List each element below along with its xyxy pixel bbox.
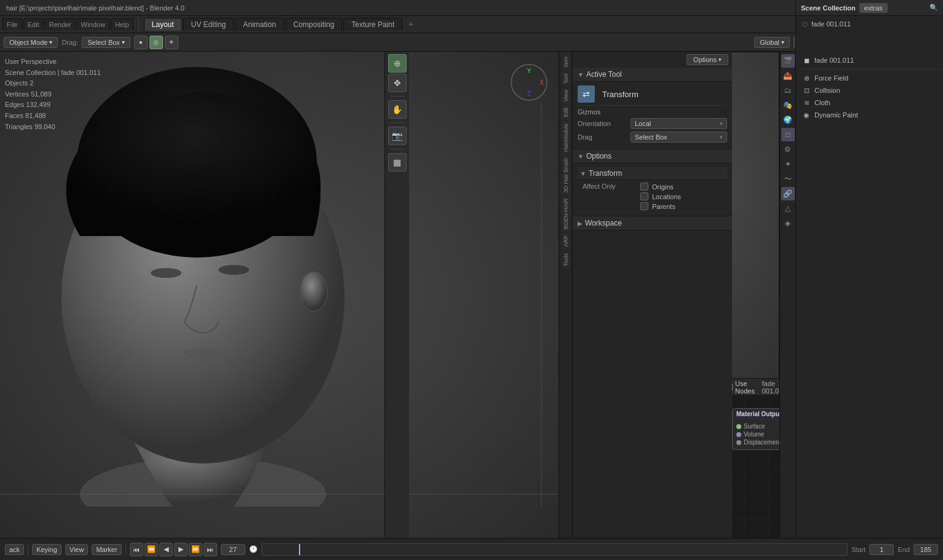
svg-point-13	[245, 143, 247, 145]
node-material-output[interactable]: Material Output Surface Volume Displacem…	[732, 408, 779, 450]
prop-icon-render[interactable]: 🎬	[781, 54, 795, 68]
tab-texture-paint[interactable]: Texture Paint	[343, 18, 402, 31]
prop-icon-constraints[interactable]: 🔗	[781, 187, 795, 200]
play-button[interactable]: ▶	[174, 543, 188, 556]
timeline-track[interactable]	[261, 543, 848, 556]
toolbar-separator-2	[390, 122, 405, 123]
tool-camera[interactable]: 📷	[388, 127, 407, 145]
tool-grid[interactable]: ▦	[388, 153, 407, 172]
viewport-gizmo[interactable]: X Y Z	[511, 64, 547, 101]
locations-checkbox[interactable]	[640, 192, 648, 200]
tool-hand[interactable]: ✋	[388, 100, 407, 119]
orientation-selector[interactable]: Local	[631, 118, 727, 129]
view-button[interactable]: View	[65, 544, 89, 555]
add-workspace-button[interactable]: +	[404, 19, 418, 30]
step-back-button[interactable]: ⏪	[145, 543, 158, 556]
prop-icon-modifier[interactable]: ⚙	[781, 143, 795, 156]
tab-layout[interactable]: Layout	[144, 18, 182, 31]
options-content: ▼ Transform Affect Only Origins Location…	[573, 164, 732, 216]
transform-row: ⇄ Transform	[578, 85, 727, 103]
options-section-header[interactable]: ▼ Options	[573, 149, 732, 164]
back-button[interactable]: ack	[5, 544, 24, 555]
start-frame[interactable]: 1	[869, 544, 894, 555]
tab-compositing[interactable]: Compositing	[285, 18, 343, 31]
prop-icon-material[interactable]: ◈	[781, 216, 795, 230]
drag-selector[interactable]: Select Box	[631, 132, 727, 143]
panel-options-button[interactable]: Options ▾	[686, 54, 728, 65]
prop-entry-fade[interactable]: ◼ fade 001.011	[798, 54, 941, 66]
origins-row: Origins	[635, 183, 681, 191]
side-tab-view[interactable]: View	[562, 87, 570, 104]
jump-start-button[interactable]: ⏮	[130, 543, 143, 556]
side-tab-hairmodule[interactable]: HairModule	[562, 121, 570, 154]
prop-entry-force-field[interactable]: ⊕ Force Field	[798, 72, 941, 84]
mode-selector[interactable]: Object Mode	[4, 37, 58, 48]
toolbar-separator-3	[390, 149, 405, 149]
node-material-output-body: Surface Volume Displacement	[733, 419, 779, 449]
gizmo-widget[interactable]: X Y Z	[511, 64, 547, 101]
prop-icon-object[interactable]: □	[781, 128, 795, 141]
tool-move[interactable]: ✥	[388, 74, 407, 92]
viewport-shading-material[interactable]: ◎	[149, 36, 163, 49]
prop-icon-view-layer[interactable]: 🗂	[781, 84, 795, 97]
tab-window[interactable]: Window	[77, 18, 109, 30]
step-forward-button[interactable]: ⏩	[189, 543, 202, 556]
svg-point-12	[233, 140, 235, 141]
parents-checkbox[interactable]	[640, 202, 648, 210]
origins-label: Origins	[652, 183, 674, 191]
tab-uv-editing[interactable]: UV Editing	[183, 18, 234, 31]
transform-icon: ⇄	[578, 85, 595, 103]
prop-icon-physics[interactable]: 〜	[781, 172, 795, 186]
transform-subsection-header[interactable]: ▼ Transform	[578, 167, 727, 180]
side-tab-arp[interactable]: ARP	[562, 233, 570, 250]
side-tab-tool[interactable]: Tool	[562, 71, 570, 87]
side-tab-item[interactable]: Item	[562, 54, 570, 70]
port-displacement-label: Displacement	[744, 439, 779, 446]
tab-help[interactable]: Help	[111, 18, 133, 30]
viewport-shading-rendered[interactable]: ☀	[165, 36, 178, 49]
port-dot-displacement	[736, 440, 741, 445]
scene-collection-extras-tab[interactable]: extras	[859, 3, 888, 13]
window-title: hair [E:\projects\pixelhair\male pixelha…	[0, 4, 191, 12]
origins-checkbox[interactable]	[640, 183, 648, 191]
drag-selector[interactable]: Select Box	[82, 37, 130, 48]
main-viewport[interactable]: User Perspective Scene Collection | fade…	[0, 52, 560, 538]
timeline-sep-2	[125, 543, 126, 556]
side-tab-tools[interactable]: Tools	[562, 251, 570, 269]
jump-end-button[interactable]: ⏭	[204, 543, 217, 556]
search-collections-button[interactable]: 🔍	[929, 4, 938, 12]
gizmo-z-axis: Z	[527, 90, 531, 97]
prop-icon-object-data[interactable]: △	[781, 202, 795, 215]
prop-entry-collision[interactable]: ⊡ Collision	[798, 84, 941, 97]
side-tab-edit[interactable]: Edit	[562, 105, 570, 120]
prop-entry-dynamic-paint[interactable]: ◉ Dynamic Paint	[798, 109, 941, 121]
current-frame[interactable]: 27	[221, 544, 245, 555]
tab-render[interactable]: Render	[45, 18, 76, 30]
prop-entry-cloth[interactable]: ≋ Cloth	[798, 97, 941, 109]
marker-button[interactable]: Marker	[92, 544, 121, 555]
transform-orientation[interactable]: Global	[754, 37, 790, 48]
prop-icon-world[interactable]: 🌍	[781, 113, 795, 127]
tool-cursor[interactable]: ⊕	[388, 54, 407, 73]
viewport-shading-solid[interactable]: ●	[134, 36, 148, 49]
prop-icon-scene[interactable]: 🎭	[781, 98, 795, 112]
node-editor-breadcrumb: fade 001.011 ▶ rockgirl.014 ▶ hair afro.…	[762, 380, 779, 395]
active-tool-section-header[interactable]: ▼ Active Tool	[573, 68, 732, 82]
orientation-label: Orientation	[578, 120, 627, 127]
end-frame[interactable]: 185	[913, 544, 938, 555]
prop-icon-output[interactable]: 📤	[781, 69, 795, 82]
tab-file[interactable]: File	[2, 18, 22, 30]
side-tab-3dhairbrush[interactable]: 3D Hair Brush	[562, 156, 570, 195]
workspace-section-header[interactable]: ▶ Workspace	[573, 216, 732, 231]
keying-button[interactable]: Keying	[32, 544, 62, 555]
tab-animation[interactable]: Animation	[235, 18, 284, 31]
prop-icon-particles[interactable]: ✦	[781, 157, 795, 171]
stat-edges: Edges 132,499	[5, 100, 101, 111]
cloth-icon: ≋	[802, 98, 811, 107]
side-tab-bgen-hair[interactable]: BGEN-HAIR	[562, 196, 570, 232]
sc-item-fade[interactable]: ⬡ fade 001.011	[798, 18, 941, 30]
start-label: Start	[851, 546, 865, 553]
tab-edit[interactable]: Edit	[23, 18, 44, 30]
svg-point-14	[255, 148, 257, 150]
play-reverse-button[interactable]: ◀	[159, 543, 173, 556]
